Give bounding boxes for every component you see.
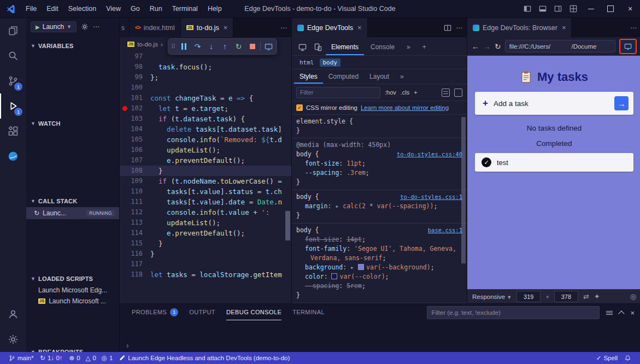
line-number[interactable]: 100 <box>120 83 150 93</box>
add-tab-icon[interactable]: + <box>417 39 432 55</box>
new-style-rule-button[interactable]: + <box>414 89 417 96</box>
tab-to-do-js[interactable]: JS to-do.js × <box>181 18 234 37</box>
menu-selection[interactable]: Selection <box>63 0 101 17</box>
loaded-script-row[interactable]: JSLaunch Microsoft ... <box>26 296 119 307</box>
styles-scrollbar[interactable] <box>461 117 466 263</box>
css-property[interactable]: font-size: 11pt; <box>296 159 462 168</box>
tab-index-html[interactable]: <> index.html <box>130 18 181 37</box>
line-number[interactable]: 113 <box>120 218 150 228</box>
line-number[interactable]: 108 <box>120 166 150 176</box>
extensions-icon[interactable] <box>0 119 26 144</box>
editor-more-actions-icon[interactable]: ⋯ <box>280 24 287 32</box>
css-property[interactable]: font-size: 14pt; <box>296 235 462 244</box>
menu-file[interactable]: File <box>21 0 42 17</box>
console-options-icon[interactable] <box>606 311 613 315</box>
step-out-button[interactable]: ↑ <box>218 40 232 53</box>
toggle-sidebar-icon[interactable] <box>520 0 535 17</box>
task-done-icon[interactable]: ✓ <box>482 157 491 167</box>
toggle-panel-icon[interactable] <box>535 0 550 17</box>
launch-config-dropdown[interactable]: ▶ Launch ▼ <box>31 21 77 32</box>
css-selector[interactable]: body { <box>296 150 319 158</box>
explorer-icon[interactable] <box>0 18 26 43</box>
more-subtabs-icon[interactable]: » <box>395 70 409 84</box>
maximize-panel-icon[interactable] <box>619 310 625 316</box>
minimize-button[interactable] <box>581 0 601 17</box>
step-over-button[interactable]: ↷ <box>191 40 204 53</box>
breakpoint-dot[interactable] <box>122 106 127 111</box>
editor-code[interactable]: 9798 task.focus();99};100101const change… <box>120 51 291 303</box>
css-mirror-learn-link[interactable]: Learn more about mirror editing <box>361 104 449 111</box>
line-number[interactable]: 118 <box>120 269 150 280</box>
css-property[interactable]: --spacing: 5rem; <box>296 281 462 291</box>
element-style-block[interactable]: element.style { } <box>292 115 467 138</box>
tab-edge-devtools-browser[interactable]: Edge DevTools: Browser × <box>467 18 572 37</box>
line-number[interactable]: 105 <box>120 134 150 145</box>
inspect-target-icon[interactable]: ◎ <box>630 292 636 301</box>
split-editor-icon[interactable] <box>444 24 451 32</box>
forward-icon[interactable]: → <box>483 42 491 51</box>
watch-section-header[interactable]: ▼WATCH <box>26 118 119 130</box>
start-debug-icon[interactable]: ▶ <box>36 24 40 30</box>
css-selector[interactable]: body { <box>296 193 319 201</box>
tab-elements[interactable]: Elements <box>326 39 364 55</box>
sidebar-more-icon[interactable]: ⋯ <box>93 23 99 31</box>
pause-button[interactable] <box>177 40 191 53</box>
screencast-toggle-button-highlighted[interactable] <box>619 39 637 54</box>
back-icon[interactable]: ← <box>472 42 479 51</box>
color-format-icon[interactable] <box>454 89 462 97</box>
debug-gear-icon[interactable] <box>81 23 89 31</box>
menu-run[interactable]: Run <box>145 0 167 17</box>
editor-more-actions-icon[interactable]: ⋯ <box>456 24 462 32</box>
line-number[interactable]: 117 <box>120 259 150 269</box>
device-height-input[interactable] <box>554 291 578 302</box>
line-number[interactable]: 112 <box>120 207 150 218</box>
menu-help[interactable]: Help <box>203 0 227 17</box>
line-number[interactable]: 111 <box>120 197 150 207</box>
customize-layout-icon[interactable] <box>566 0 581 17</box>
line-number[interactable]: 99 <box>120 72 150 83</box>
branch-indicator[interactable]: main* <box>5 352 37 364</box>
css-property[interactable]: background: ▸ var(--background); <box>296 263 462 272</box>
line-number[interactable]: 104 <box>120 124 150 134</box>
tab-edge-devtools[interactable]: Edge DevTools × <box>292 18 368 37</box>
tab-debug-console[interactable]: DEBUG CONSOLE <box>226 304 281 320</box>
device-emulation-icon[interactable] <box>310 39 325 55</box>
tab-partial[interactable]: s <box>120 18 130 37</box>
loaded-scripts-section-header[interactable]: ▼LOADED SCRIPTS <box>26 273 119 285</box>
line-number[interactable]: 115 <box>120 238 150 249</box>
close-panel-icon[interactable]: × <box>630 309 635 317</box>
restart-button[interactable]: ↻ <box>232 40 245 53</box>
tab-problems[interactable]: PROBLEMS 1 <box>132 304 178 320</box>
url-input[interactable] <box>505 40 615 52</box>
variables-section-header[interactable]: ▼VARIABLES <box>26 40 119 52</box>
computed-styles-icon[interactable] <box>442 89 450 97</box>
run-debug-icon[interactable]: 1 <box>0 93 26 119</box>
line-number[interactable]: 103 <box>120 114 150 124</box>
menu-view[interactable]: View <box>101 0 126 17</box>
console-filter-input[interactable] <box>427 306 600 319</box>
stylesheet-link[interactable]: to-do-styles.css:40 <box>397 150 462 159</box>
add-task-label[interactable]: Add a task <box>494 99 529 108</box>
submit-task-button[interactable]: → <box>614 96 629 110</box>
editor-more-actions-icon[interactable]: ⋯ <box>630 24 637 32</box>
refresh-icon[interactable]: ↻ <box>495 42 501 51</box>
task-row[interactable]: ✓ test <box>475 153 633 172</box>
line-number[interactable]: 102 <box>120 103 150 114</box>
crumb-body[interactable]: body <box>320 58 341 67</box>
close-tab-icon[interactable]: × <box>357 24 362 32</box>
close-button[interactable]: × <box>620 0 640 17</box>
toggle-hover-state-button[interactable]: :hov <box>385 89 396 96</box>
tab-layout[interactable]: Layout <box>364 70 395 84</box>
callstack-section-header[interactable]: ▼CALL STACK <box>26 195 119 207</box>
notifications-bell-icon[interactable] <box>621 352 635 364</box>
stylesheet-link[interactable]: base.css:1 <box>428 226 462 235</box>
css-selector[interactable]: body { <box>296 226 319 234</box>
toolbar-grip-icon[interactable]: ⠿ <box>169 40 177 53</box>
launch-task-indicator[interactable]: Launch Edge Headless and attach DevTools… <box>116 352 293 364</box>
step-into-button[interactable]: ↓ <box>204 40 218 53</box>
device-width-input[interactable] <box>516 291 541 302</box>
screencast-button[interactable] <box>262 40 275 53</box>
css-property[interactable]: color: var(--color); <box>296 272 462 281</box>
editor-scrollbar[interactable] <box>285 211 290 240</box>
crumb-html[interactable]: html <box>296 58 318 67</box>
